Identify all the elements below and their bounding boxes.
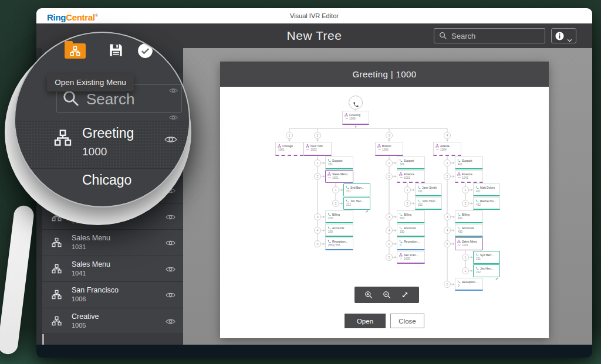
magnifier-loupe: Search Open Existing Menu Greeting 1000 … (14, 32, 190, 207)
save-icon[interactable] (108, 42, 124, 58)
phone-node-icon (327, 226, 331, 230)
eye-icon[interactable] (164, 135, 177, 144)
eye-icon[interactable] (166, 265, 175, 273)
ivr-node[interactable]: Support201 (325, 157, 353, 169)
node-label: New York (310, 144, 323, 148)
ivr-node[interactable]: Reception...(650) 555... (325, 237, 353, 250)
open-button[interactable]: Open (345, 314, 386, 328)
node-label: Jim Hen... (480, 267, 494, 270)
phone-node-icon (346, 186, 349, 189)
phone-node-icon (399, 240, 403, 243)
node-label: John Hutc... (422, 199, 438, 203)
ivr-node[interactable]: Matt Dukes411 (473, 183, 500, 196)
key-circle: 1 (462, 186, 469, 193)
close-button[interactable]: Close (390, 314, 424, 328)
key-circle: 2 (314, 132, 321, 139)
ivr-node[interactable]: Greeting1000 (342, 111, 369, 125)
node-number: 312 (418, 203, 423, 206)
ivr-node[interactable]: John Hutc...312 (415, 197, 442, 210)
node-label: Accounts (404, 226, 416, 230)
ivr-node[interactable]: Rachel Du...412 (473, 197, 500, 210)
zoom-in-icon[interactable] (364, 291, 373, 299)
ivr-node[interactable]: Chicago1001 (275, 142, 303, 156)
ivr-node[interactable]: San Fran...1005 (397, 251, 425, 264)
node-number: 420 (458, 217, 462, 220)
menu-node-icon (457, 240, 461, 243)
pencil-icon (366, 205, 369, 207)
search-input[interactable] (451, 32, 540, 40)
pencil-icon (366, 191, 369, 194)
key-circle: 2 (462, 267, 469, 274)
ivr-node[interactable]: Accounts230 (325, 224, 353, 237)
ivr-node[interactable]: Sales Menu1021 (455, 237, 483, 250)
window-bottom-frame (36, 345, 592, 358)
pencil-icon (495, 258, 498, 261)
open-existing-menu-button-magnified[interactable] (65, 43, 86, 59)
node-label: Reception... (332, 240, 348, 243)
ivr-node[interactable]: Boston1003 (375, 142, 403, 156)
sidebar-item[interactable]: Sales Menu1031 (42, 230, 183, 256)
item-label: Sales Menu (72, 234, 110, 242)
key-circle: 1 (332, 186, 339, 193)
chevron-down-icon (458, 176, 461, 179)
chevron-down-icon (328, 176, 331, 179)
ivr-node[interactable]: Accounts430 (455, 224, 483, 237)
expand-icon[interactable] (401, 291, 409, 299)
ivr-node[interactable]: Jim Hen...212 (343, 197, 370, 210)
ivr-node[interactable]: Billing220 (325, 210, 353, 223)
eye-icon[interactable] (166, 291, 175, 298)
ivr-node[interactable]: Sales Menu1021 (325, 170, 353, 183)
chevron-right-icon (400, 257, 403, 260)
chevron-down-icon (378, 148, 381, 151)
ivr-node[interactable]: New York1002 (303, 142, 332, 156)
info-icon (555, 32, 564, 40)
ivr-node[interactable]: Finance1041 (455, 170, 483, 183)
zoom-out-icon[interactable] (383, 291, 391, 299)
eye-icon[interactable] (166, 317, 175, 325)
node-number: 201 (328, 163, 333, 166)
node-label: Sales Menu (332, 172, 347, 176)
node-number: 330 (400, 230, 404, 233)
node-number: 211 (346, 190, 351, 193)
phone-node-icon (475, 267, 479, 270)
dialog-title: Greeting | 1000 (220, 62, 549, 87)
search-placeholder: Search (86, 90, 134, 108)
ivr-node[interactable]: Support401 (455, 157, 483, 169)
eye-icon[interactable] (166, 239, 175, 246)
menu-node-icon (399, 172, 403, 176)
eye-icon[interactable] (166, 213, 175, 220)
ivr-node[interactable]: Syd Barr...211 (343, 183, 370, 196)
phone-node-icon (457, 280, 461, 284)
node-number: 212 (346, 203, 351, 206)
node-number: 211 (476, 257, 481, 260)
eye-icon (169, 113, 178, 119)
phone-node-icon (327, 159, 331, 162)
key-circle: 4 (444, 132, 451, 139)
loupe-handle (0, 205, 35, 355)
ivr-node[interactable]: Billing420 (455, 210, 483, 223)
topbar: RingCentral® Visual IVR Editor (36, 8, 592, 23)
node-number: 412 (476, 203, 481, 206)
ivr-node[interactable]: Jim Hen...212 (473, 264, 500, 277)
item-number: 1006 (72, 295, 86, 302)
node-number: 401 (458, 163, 462, 166)
ivr-node[interactable]: Syd Barr...211 (473, 251, 500, 264)
node-number: 212 (476, 271, 481, 274)
header-search[interactable] (434, 28, 545, 43)
ivr-node[interactable]: Support301 (397, 157, 425, 169)
ivr-node[interactable]: Finance1031 (397, 170, 425, 183)
ivr-node[interactable]: Atlanta1004 (433, 142, 461, 156)
sidebar-item[interactable]: Creative1005 (42, 308, 183, 335)
sidebar-item[interactable]: San Francisco1006 (42, 282, 183, 308)
ivr-node[interactable]: Jane Smith311 (415, 183, 442, 196)
key-circle: 0 (444, 281, 451, 288)
ivr-node[interactable]: Billing320 (397, 210, 425, 223)
ivr-node[interactable]: Reception...0 (397, 237, 425, 250)
phone-node-icon (457, 213, 461, 216)
info-menu-button[interactable] (551, 28, 576, 43)
ivr-node[interactable]: Accounts330 (397, 224, 425, 237)
key-circle: 2 (386, 173, 393, 180)
sidebar-item[interactable]: Sales Menu1041 (42, 256, 183, 283)
ivr-node[interactable]: Reception...0 (455, 278, 483, 291)
folder-tree-icon (70, 46, 80, 56)
